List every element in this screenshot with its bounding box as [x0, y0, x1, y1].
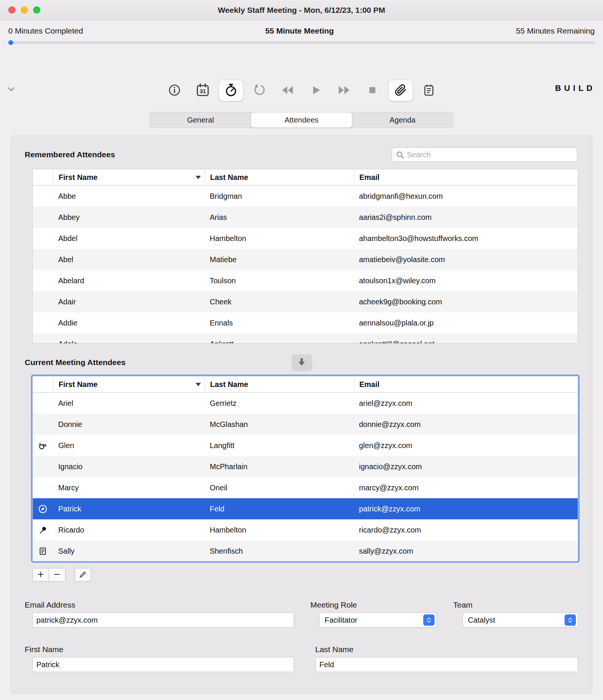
minutes-completed-label: 0 Minutes Completed — [8, 26, 83, 35]
sort-descending-icon — [196, 383, 201, 386]
pushpin-icon — [38, 525, 47, 534]
email-field[interactable] — [32, 612, 294, 628]
table-row-selected[interactable]: PatrickFeldpatrick@zzyx.com — [33, 498, 578, 519]
calendar-button[interactable]: 31 — [190, 80, 215, 101]
rewind-button[interactable] — [275, 80, 300, 101]
zoom-button[interactable] — [33, 6, 40, 14]
stop-icon — [366, 84, 378, 97]
icon-column-header — [33, 376, 53, 392]
first-name-label: First Name — [25, 645, 64, 654]
last-name-field[interactable] — [315, 657, 578, 672]
tab-general[interactable]: General — [150, 112, 251, 127]
traffic-lights — [8, 0, 40, 20]
attendee-edit-buttons — [32, 568, 577, 582]
team-select[interactable]: Catalyst — [462, 612, 578, 628]
tab-bar: General Attendees Agenda — [150, 112, 453, 128]
play-icon — [309, 84, 322, 98]
last-name-column-header[interactable]: Last Name — [205, 169, 354, 185]
first-name-column-header[interactable]: First Name — [53, 169, 205, 185]
toolbar-zone: BUILD 31 — [0, 44, 603, 128]
arrow-down-icon — [297, 357, 307, 368]
first-name-field[interactable] — [32, 657, 294, 672]
icon-column-header — [33, 169, 53, 185]
remove-attendee-button[interactable] — [49, 568, 66, 582]
notes-button[interactable] — [416, 80, 441, 101]
info-icon — [168, 84, 181, 97]
note-icon — [38, 547, 47, 556]
attendee-detail-form: Email Address Meeting Role Facilitator T… — [32, 600, 577, 691]
attendees-panel: Remembered Attendees First Name Last Nam… — [11, 135, 592, 694]
remembered-attendees-title: Remembered Attendees — [25, 150, 115, 159]
fast-forward-button[interactable] — [332, 80, 357, 101]
table-row[interactable]: AdairCheekacheek9g@booking.com — [33, 291, 578, 312]
table-header-row: First Name Last Name Email — [33, 376, 578, 393]
whistle-icon — [38, 441, 47, 450]
last-name-column-header[interactable]: Last Name — [205, 376, 354, 392]
table-row[interactable]: DonnieMcGlashandonnie@zzyx.com — [33, 414, 578, 435]
current-attendees-title: Current Meeting Attendees — [25, 358, 126, 367]
sort-descending-icon — [196, 176, 201, 179]
table-row[interactable]: AbdelHambeltonahambelton3o@howstuffworks… — [33, 228, 578, 249]
table-row[interactable]: RicardoHambeltonricardo@zzyx.com — [33, 519, 578, 540]
edit-attendee-button[interactable] — [75, 568, 91, 582]
search-input[interactable] — [392, 147, 577, 162]
first-name-column-header[interactable]: First Name — [53, 376, 205, 392]
minimize-button[interactable] — [21, 6, 28, 14]
meeting-role-select[interactable]: Facilitator — [319, 612, 437, 628]
table-row[interactable]: AbelMatiebeamatiebeiv@yolasite.com — [33, 249, 578, 270]
team-label: Team — [453, 600, 473, 609]
meeting-length-label: 55 Minute Meeting — [265, 26, 334, 35]
last-name-label: Last Name — [315, 645, 354, 654]
table-row[interactable]: AbbeyAriasaarias2i@sphinn.com — [33, 207, 578, 228]
timer-button[interactable] — [219, 80, 243, 101]
compass-icon — [38, 504, 47, 514]
stop-button[interactable] — [360, 80, 385, 101]
current-attendees-table: First Name Last Name Email ArielGerrietz… — [32, 376, 578, 561]
titlebar: Weekly Staff Meeting - Mon, 6/12/23, 1:0… — [0, 0, 603, 20]
minus-icon — [53, 571, 61, 579]
search-field — [392, 147, 577, 162]
add-to-meeting-button[interactable] — [292, 354, 312, 371]
remembered-attendees-table: First Name Last Name Email AbbeBridgmana… — [32, 169, 578, 344]
window-title: Weekly Staff Meeting - Mon, 6/12/23, 1:0… — [218, 6, 385, 15]
reset-button[interactable] — [247, 80, 272, 101]
tab-attendees[interactable]: Attendees — [251, 112, 352, 128]
table-row[interactable]: GlenLangfittglen@zzyx.com — [33, 435, 578, 456]
play-button[interactable] — [303, 80, 328, 101]
search-icon — [396, 150, 404, 161]
toolbar: 31 — [0, 80, 603, 101]
timer-icon — [224, 83, 238, 98]
table-header-row: First Name Last Name Email — [33, 169, 578, 186]
reset-icon — [253, 84, 266, 98]
table-row[interactable]: AbbeBridgmanabridgmanfi@hexun.com — [33, 186, 578, 207]
add-attendee-button[interactable] — [32, 568, 49, 582]
meeting-progress-section: 0 Minutes Completed 55 Minute Meeting 55… — [0, 20, 603, 44]
notes-icon — [423, 84, 435, 97]
chevron-down-icon[interactable] — [7, 84, 16, 95]
minutes-remaining-label: 55 Minutes Remaining — [516, 26, 595, 35]
svg-text:31: 31 — [199, 88, 206, 94]
email-address-label: Email Address — [25, 600, 75, 609]
email-column-header[interactable]: Email — [354, 169, 578, 185]
table-row[interactable]: SallyShenfischsally@zzyx.com — [33, 540, 578, 562]
fast-forward-icon — [337, 83, 351, 98]
pencil-icon — [79, 570, 87, 580]
attachment-button[interactable] — [388, 80, 413, 101]
tab-agenda[interactable]: Agenda — [352, 112, 453, 127]
build-label: BUILD — [555, 83, 595, 93]
calendar-icon: 31 — [196, 83, 210, 98]
table-row[interactable]: MarcyOneilmarcy@zzyx.com — [33, 477, 578, 498]
close-button[interactable] — [8, 6, 15, 14]
stepper-icon — [423, 614, 435, 626]
table-row[interactable]: AddieEnnalsaennalsou@plala.or.jp — [33, 312, 578, 333]
email-column-header[interactable]: Email — [354, 376, 578, 392]
plus-icon — [37, 571, 44, 579]
info-button[interactable] — [162, 80, 187, 101]
rewind-icon — [281, 83, 294, 98]
table-row[interactable]: AbelardToulsonatoulson1x@wiley.com — [33, 270, 578, 291]
table-row[interactable]: IgnacioMcPharlainignacio@zzyx.com — [33, 456, 578, 477]
stepper-icon — [565, 614, 576, 626]
table-row[interactable]: AdeleAnkrettaankretti8@cpanel.net — [33, 333, 578, 344]
table-row[interactable]: ArielGerrietzariel@zzyx.com — [33, 393, 578, 414]
paperclip-icon — [395, 84, 407, 97]
